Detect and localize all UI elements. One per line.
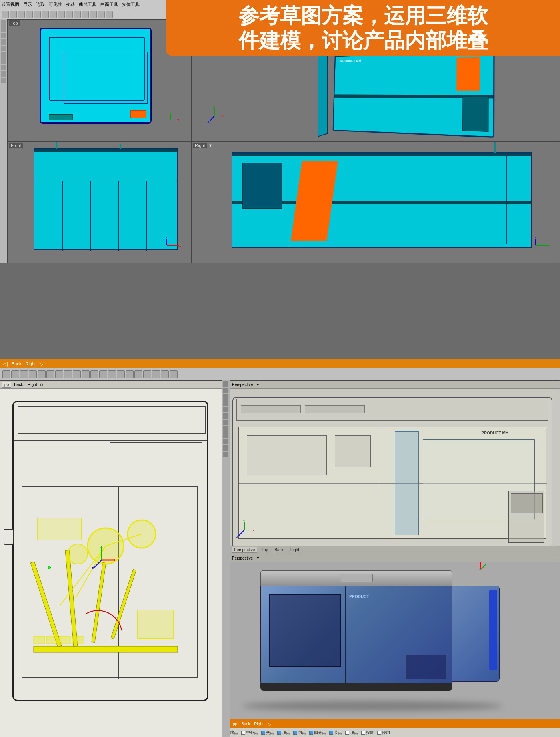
status2-tab-pp[interactable]: pp bbox=[233, 722, 237, 726]
svg-text:z: z bbox=[236, 535, 238, 538]
cb-quadrant[interactable] bbox=[309, 731, 313, 735]
st-icon-12[interactable] bbox=[223, 452, 228, 457]
tb-icon-13[interactable] bbox=[98, 11, 105, 18]
tab-dropdown[interactable]: ▼ bbox=[256, 383, 260, 387]
tb-icon-12[interactable] bbox=[90, 11, 97, 18]
tab-right[interactable]: Right bbox=[26, 382, 39, 387]
st-icon-7[interactable] bbox=[223, 420, 228, 425]
tb2-icon-5[interactable] bbox=[38, 370, 46, 378]
tb-icon-7[interactable] bbox=[50, 11, 57, 18]
tb-icon-8[interactable] bbox=[58, 11, 65, 18]
status-tab-right[interactable]: Right bbox=[25, 361, 36, 366]
mid-tab-right[interactable]: Right bbox=[288, 547, 301, 552]
viewport-bottom-left[interactable]: Front x z bbox=[7, 141, 191, 263]
st-icon-4[interactable] bbox=[223, 400, 228, 406]
tb2-icon-6[interactable] bbox=[46, 370, 54, 378]
tb2-icon-13[interactable] bbox=[108, 370, 116, 378]
side-icon-3[interactable] bbox=[1, 33, 6, 38]
mid-tab-back[interactable]: Back bbox=[272, 547, 285, 552]
st-icon-11[interactable] bbox=[223, 445, 228, 451]
tb-icon-11[interactable] bbox=[82, 11, 89, 18]
tb-icon-4[interactable] bbox=[26, 11, 33, 18]
tb2-icon-12[interactable] bbox=[99, 370, 107, 378]
viewport-top-left[interactable]: Top x y bbox=[7, 19, 191, 141]
st-icon-1[interactable] bbox=[223, 381, 228, 387]
tb-icon-1[interactable] bbox=[2, 11, 9, 18]
cb-midpoint[interactable] bbox=[241, 731, 245, 735]
st-icon-10[interactable] bbox=[223, 439, 228, 444]
tb2-icon-11[interactable] bbox=[90, 370, 98, 378]
side-icon-4[interactable] bbox=[1, 39, 6, 45]
tb-icon-3[interactable] bbox=[18, 11, 25, 18]
tb2-icon-17[interactable] bbox=[143, 370, 151, 378]
st-icon-5[interactable] bbox=[223, 407, 228, 412]
tb2-icon-18[interactable] bbox=[152, 370, 160, 378]
tab-back[interactable]: Back bbox=[12, 382, 25, 387]
side-icon-5[interactable] bbox=[1, 46, 6, 51]
side-icon-10[interactable] bbox=[1, 78, 6, 83]
st-icon-8[interactable] bbox=[223, 426, 228, 432]
cb-vertex2[interactable] bbox=[345, 731, 349, 735]
tb-icon-9[interactable] bbox=[66, 11, 73, 18]
st-icon-9[interactable] bbox=[223, 432, 228, 438]
osnap-bar: 端点 中心点 交点 顶点 切点 bbox=[222, 728, 560, 737]
menu-item-display[interactable]: 显示 bbox=[23, 2, 32, 8]
cb-tangent[interactable] bbox=[293, 731, 297, 735]
side-icon-8[interactable] bbox=[1, 65, 6, 70]
side-icon-1[interactable] bbox=[1, 20, 6, 26]
h-main-divider bbox=[14, 440, 207, 441]
tb2-icon-2[interactable] bbox=[11, 370, 19, 378]
tb2-icon-3[interactable] bbox=[20, 370, 28, 378]
side-icon-6[interactable] bbox=[1, 52, 6, 58]
tb2-icon-16[interactable] bbox=[134, 370, 142, 378]
menu-item-curve[interactable]: 曲线工具 bbox=[79, 2, 96, 8]
tb-icon-5[interactable] bbox=[34, 11, 41, 18]
tb2-icon-14[interactable] bbox=[117, 370, 125, 378]
vp-dropdown-icon[interactable]: ▼ bbox=[208, 143, 213, 148]
tab-perspective-top[interactable]: Perspective bbox=[232, 382, 253, 387]
status2-tab-back[interactable]: Back bbox=[241, 722, 250, 726]
tb-icon-2[interactable] bbox=[10, 11, 17, 18]
mid-tab-persp[interactable]: Perspective bbox=[232, 547, 257, 553]
tb2-icon-19[interactable] bbox=[161, 370, 169, 378]
status2-tab-right[interactable]: Right bbox=[254, 722, 263, 726]
tb-icon-6[interactable] bbox=[42, 11, 49, 18]
rendered-tab-dropdown[interactable]: ▼ bbox=[256, 556, 260, 560]
menu-item-setview[interactable]: 设置视图 bbox=[2, 2, 19, 8]
tb2-icon-20[interactable] bbox=[170, 370, 178, 378]
cb-intersect[interactable] bbox=[261, 731, 265, 735]
cb-knot[interactable] bbox=[329, 731, 333, 735]
menu-item-visible[interactable]: 可见性 bbox=[49, 2, 62, 8]
side-icon-2[interactable] bbox=[1, 26, 6, 32]
tb2-icon-15[interactable] bbox=[126, 370, 134, 378]
tb2-icon-1[interactable] bbox=[2, 370, 10, 378]
tb2-icon-9[interactable] bbox=[73, 370, 81, 378]
tb2-icon-8[interactable] bbox=[64, 370, 72, 378]
tab-pp[interactable]: pp bbox=[2, 382, 11, 388]
tb-icon-14[interactable] bbox=[106, 11, 113, 18]
cb-disable[interactable] bbox=[377, 731, 381, 735]
viewport-transparent-3d[interactable]: Perspective ▼ bbox=[222, 380, 560, 546]
viewport-wireframe[interactable]: pp Back Right ◇ bbox=[0, 380, 222, 737]
tb2-icon-7[interactable] bbox=[55, 370, 63, 378]
menu-item-transform[interactable]: 变动 bbox=[66, 2, 75, 8]
tb2-icon-10[interactable] bbox=[82, 370, 90, 378]
side-icon-9[interactable] bbox=[1, 71, 6, 77]
mid-tab-top[interactable]: Top bbox=[260, 547, 270, 552]
menu-item-solid[interactable]: 实体工具 bbox=[122, 2, 140, 8]
tb2-icon-4[interactable] bbox=[29, 370, 37, 378]
transform-gizmo bbox=[88, 546, 116, 576]
cb-project[interactable] bbox=[361, 731, 365, 735]
status-tab-back[interactable]: Back bbox=[12, 361, 21, 366]
tb-icon-10[interactable] bbox=[74, 11, 81, 18]
cb-vertex[interactable] bbox=[277, 731, 281, 735]
side-icon-7[interactable] bbox=[1, 58, 6, 64]
menu-item-select[interactable]: 选取 bbox=[36, 2, 45, 8]
st-icon-6[interactable] bbox=[223, 413, 228, 419]
menu-item-surface[interactable]: 曲面工具 bbox=[100, 2, 118, 8]
tab-perspective-bottom[interactable]: Perspective bbox=[232, 556, 253, 560]
st-icon-2[interactable] bbox=[223, 388, 228, 393]
viewport-rendered-3d[interactable]: Perspective ▼ bbox=[222, 554, 560, 720]
viewport-bottom-right[interactable]: Right ▼ bbox=[191, 141, 560, 263]
st-icon-3[interactable] bbox=[223, 394, 228, 400]
